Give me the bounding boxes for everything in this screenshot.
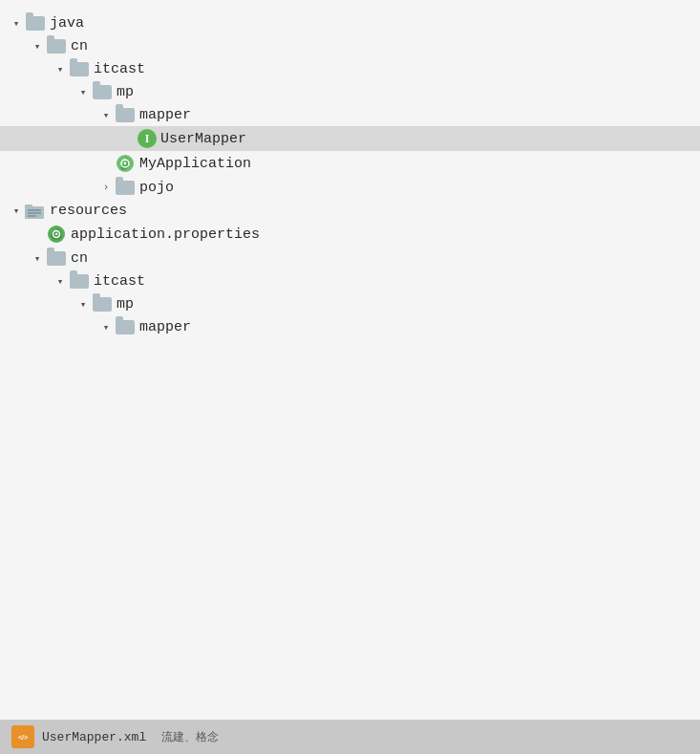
xml-file-icon: </>: [11, 725, 34, 748]
label-pojo1: pojo: [139, 180, 174, 196]
no-chevron-usermapper: [120, 130, 138, 147]
folder-icon-cn2: [46, 249, 67, 267]
folder-icon-mapper2: [115, 318, 136, 335]
chevron-cn1[interactable]: ▾: [29, 37, 46, 54]
label-cn2: cn: [71, 250, 88, 267]
folder-icon-mp2: [92, 295, 113, 312]
chevron-mapper1[interactable]: ▾: [97, 106, 115, 123]
bottom-bar: </> UserMapper.xml 流建、格念: [0, 720, 700, 754]
file-tree: ▾ java ▾ cn ▾ itcast ▾ mp ▾: [0, 0, 700, 350]
chevron-itcast1[interactable]: ▾: [52, 60, 69, 77]
bottom-bar-filename: UserMapper.xml 流建、格念: [42, 729, 219, 745]
label-mp1: mp: [117, 84, 134, 100]
folder-icon-java: [25, 14, 46, 32]
chevron-mapper2[interactable]: ▾: [97, 318, 115, 335]
no-chevron-appprops: [29, 226, 46, 243]
chevron-mp1[interactable]: ▾: [74, 83, 92, 100]
bottom-extra-text: 流建、格念: [161, 731, 219, 744]
tree-item-java[interactable]: ▾ java: [0, 11, 700, 34]
tree-item-pojo1[interactable]: › pojo: [0, 176, 700, 199]
label-cn1: cn: [71, 38, 88, 54]
tree-item-mp1[interactable]: ▾ mp: [0, 80, 700, 103]
chevron-pojo1[interactable]: ›: [97, 179, 115, 196]
label-mapper1: mapper: [139, 107, 191, 123]
interface-icon-usermapper: I: [138, 129, 157, 148]
tree-item-itcast1[interactable]: ▾ itcast: [0, 57, 700, 80]
folder-icon-itcast1: [69, 60, 90, 77]
label-itcast2: itcast: [94, 273, 145, 290]
label-myapplication: MyApplication: [139, 156, 251, 172]
tree-item-mapper1[interactable]: ▾ mapper: [0, 103, 700, 126]
label-itcast1: itcast: [94, 61, 145, 77]
folder-icon-mapper1: [115, 106, 136, 123]
springleaf-icon: [46, 225, 67, 244]
label-mapper2: mapper: [139, 319, 191, 335]
chevron-java[interactable]: ▾: [8, 14, 25, 32]
svg-rect-4: [25, 205, 32, 208]
tree-item-resources[interactable]: ▾ resources: [0, 199, 700, 222]
tree-item-usermapper[interactable]: I UserMapper: [0, 126, 700, 151]
label-appprops: application.properties: [71, 226, 260, 243]
chevron-mp2[interactable]: ▾: [74, 295, 92, 312]
resources-folder-icon: [25, 202, 46, 219]
folder-icon-cn1: [46, 37, 67, 54]
folder-icon-pojo1: [115, 179, 136, 196]
springboot-icon: [115, 154, 136, 173]
folder-icon-itcast2: [69, 272, 90, 290]
label-resources: resources: [50, 203, 127, 219]
no-chevron-myapp: [97, 155, 115, 172]
tree-item-myapplication[interactable]: MyApplication: [0, 151, 700, 176]
tree-item-appprops[interactable]: application.properties: [0, 222, 700, 247]
chevron-cn2[interactable]: ▾: [29, 249, 46, 267]
tree-item-itcast2[interactable]: ▾ itcast: [0, 269, 700, 292]
chevron-resources[interactable]: ▾: [8, 202, 25, 219]
folder-icon-mp1: [92, 83, 113, 100]
svg-point-10: [55, 233, 57, 235]
chevron-itcast2[interactable]: ▾: [52, 272, 69, 290]
label-usermapper: UserMapper: [160, 131, 246, 147]
svg-point-2: [124, 162, 127, 165]
bottom-filename-label: UserMapper.xml: [42, 730, 146, 744]
tree-item-cn2[interactable]: ▾ cn: [0, 247, 700, 269]
tree-item-mapper2[interactable]: ▾ mapper: [0, 315, 700, 338]
label-java: java: [50, 15, 84, 32]
label-mp2: mp: [117, 296, 134, 312]
tree-item-cn1[interactable]: ▾ cn: [0, 34, 700, 57]
tree-item-mp2[interactable]: ▾ mp: [0, 292, 700, 315]
